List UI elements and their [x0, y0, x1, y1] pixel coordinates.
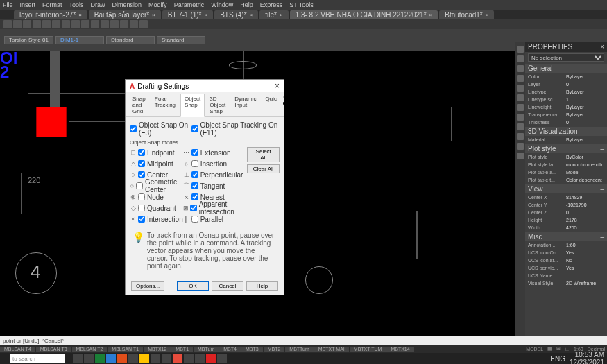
taskbar-icon[interactable] [206, 354, 216, 363]
layout-tab[interactable]: MBTXT TUM [350, 347, 386, 352]
property-value[interactable]: Yes [566, 250, 604, 255]
osnap-mode-row[interactable]: ⎀Insertion [183, 158, 243, 169]
property-row[interactable]: Plot styleByColor [525, 153, 607, 161]
close-button[interactable]: × [275, 81, 280, 91]
property-value[interactable]: Model [566, 170, 604, 175]
property-row[interactable]: Height2178 [525, 216, 607, 224]
taskbar-icon[interactable] [173, 354, 182, 363]
osnap-checkbox[interactable] [190, 205, 197, 211]
osnap-on-checkbox[interactable]: Object Snap On (F3) [130, 121, 191, 137]
collapse-icon[interactable]: – [600, 145, 604, 153]
menu-item[interactable]: Window [211, 1, 233, 8]
dialog-titlebar[interactable]: ADrafting Settings × [126, 80, 284, 92]
osnap-mode-row[interactable]: ⋯Extension [183, 147, 243, 158]
layout-tab[interactable]: MBTX12 [144, 347, 171, 352]
property-row[interactable]: ColorByLayer [525, 73, 607, 80]
taskbar-icon[interactable] [84, 354, 94, 363]
property-row[interactable]: Layer0 [525, 80, 607, 88]
osnap-mode-row[interactable]: □Endpoint [130, 147, 183, 158]
property-row[interactable]: LinetypeByLayer [525, 88, 607, 96]
property-value[interactable]: 0 [566, 210, 604, 215]
layout-tab[interactable]: MBTX14 [386, 347, 413, 352]
document-tab[interactable]: 1.3- 8.2 VBH NHA O GIA DINH 22122021*× [290, 10, 438, 19]
tab-scroll-icon[interactable]: ◂ ▸ [282, 94, 287, 116]
property-row[interactable]: Width4265 [525, 224, 607, 232]
tool-icon[interactable] [517, 55, 524, 62]
property-row[interactable]: Center Z0 [525, 209, 607, 216]
otrack-on-checkbox[interactable]: Object Snap Tracking On (F11) [191, 121, 280, 137]
property-value[interactable]: Color dependent [566, 177, 604, 182]
property-section-header[interactable]: 3D Visualization– [525, 127, 607, 136]
osnap-checkbox[interactable] [138, 171, 145, 178]
help-button[interactable]: Help [246, 281, 278, 291]
standard-dropdown[interactable]: Standard [157, 36, 205, 44]
menu-item[interactable]: Help [240, 1, 253, 8]
options-button[interactable]: Options... [131, 281, 164, 291]
property-value[interactable]: 2178 [566, 218, 604, 223]
property-value[interactable]: No [566, 258, 604, 263]
style-dropdown[interactable]: Torsion Style 01 [4, 36, 53, 44]
qat-icon[interactable] [33, 20, 41, 28]
property-section-header[interactable]: Plot style– [525, 144, 607, 153]
menu-item[interactable]: Insert [20, 1, 36, 8]
osnap-checkbox[interactable] [136, 182, 143, 189]
property-value[interactable]: ByLayer [566, 137, 604, 142]
property-value[interactable]: 814829 [566, 195, 604, 200]
document-tab[interactable]: Bài tập sửa layer*× [89, 10, 161, 19]
taskbar-icon[interactable] [139, 354, 149, 363]
dialog-tab[interactable]: Polar Tracking [151, 94, 180, 116]
qat-icon[interactable] [120, 20, 128, 28]
osnap-checkbox[interactable] [138, 205, 145, 211]
close-icon[interactable]: × [205, 12, 208, 18]
menu-item[interactable]: Draw [91, 1, 105, 8]
layout-tab[interactable]: MBTum [194, 347, 219, 352]
layout-tab[interactable]: MBTXT MAI [314, 347, 349, 352]
property-value[interactable]: 1:60 [566, 243, 604, 248]
qat-icon[interactable] [71, 20, 80, 28]
property-value[interactable]: ByLayer [566, 74, 604, 79]
taskbar-icon[interactable] [117, 354, 127, 363]
property-row[interactable]: UCS icon OnYes [525, 249, 607, 257]
menu-item[interactable]: Parametric [174, 1, 205, 8]
qat-icon[interactable] [62, 20, 70, 28]
model-button[interactable]: MODEL [524, 347, 545, 352]
osnap-checkbox[interactable] [191, 171, 198, 178]
property-row[interactable]: Plot table a...Model [525, 168, 607, 176]
property-row[interactable]: Center X814829 [525, 193, 607, 201]
osnap-checkbox[interactable] [191, 193, 198, 200]
menu-item[interactable]: Format [42, 1, 62, 8]
layout-tab[interactable]: MBLSAN T3 [36, 347, 71, 352]
property-value[interactable]: ByLayer [566, 105, 604, 110]
qat-icon[interactable] [110, 20, 119, 28]
document-tab[interactable]: BTS (4)*× [214, 10, 258, 19]
osnap-checkbox[interactable] [191, 149, 198, 156]
tool-icon[interactable] [517, 133, 524, 140]
property-row[interactable]: UCS Name [525, 272, 607, 279]
layout-tab[interactable]: MBLSAN T4 [0, 347, 35, 352]
property-value[interactable]: 0 [566, 82, 604, 87]
dialog-tab[interactable]: Object Snap [180, 94, 205, 117]
osnap-mode-row[interactable]: ⊥Perpendicular [183, 169, 243, 180]
qat-icon[interactable] [42, 20, 51, 28]
close-icon[interactable]: × [600, 43, 604, 51]
osnap-mode-row[interactable]: ×Intersection [130, 214, 183, 225]
property-value[interactable]: monochrome.ctb [566, 162, 604, 167]
document-tab[interactable]: BT 7-1 (1)*× [162, 10, 213, 19]
property-row[interactable]: Plot style ta...monochrome.ctb [525, 161, 607, 168]
osnap-mode-row[interactable]: ⌒Tangent [183, 180, 243, 191]
layout-tab[interactable]: MBT1 [171, 347, 193, 352]
qat-icon[interactable] [81, 20, 89, 28]
property-row[interactable]: Linetype sc...1 [525, 96, 607, 103]
property-value[interactable]: 2D Wireframe [566, 281, 604, 286]
property-section-header[interactable]: Misc– [525, 232, 607, 241]
cancel-button[interactable]: Cancel [212, 281, 243, 291]
property-row[interactable]: TransparencyByLayer [525, 111, 607, 119]
qat-icon[interactable] [130, 20, 138, 28]
layout-tab[interactable]: MBLSAN T2 [72, 347, 108, 352]
document-tab[interactable]: Btautocad1*× [439, 10, 494, 19]
osnap-checkbox[interactable] [191, 160, 198, 167]
osnap-mode-row[interactable]: ○Geometric Center [130, 180, 183, 191]
osnap-checkbox[interactable] [138, 216, 145, 223]
tool-icon[interactable] [517, 123, 524, 130]
osnap-checkbox[interactable] [138, 160, 145, 167]
